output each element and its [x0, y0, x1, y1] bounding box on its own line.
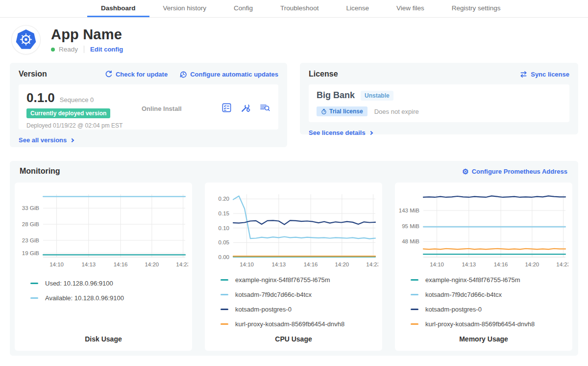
chart-panel: 19 GiB23 GiB28 GiB33 GiB14:1014:1314:161… — [15, 183, 192, 351]
legend-swatch — [411, 323, 418, 325]
legend-label: kotsadm-7f9dc7d66c-b4tcx — [235, 291, 312, 298]
tab-dashboard[interactable]: Dashboard — [87, 0, 149, 17]
legend-swatch — [411, 294, 418, 295]
legend-label: Used: 10.128.0.96:9100 — [45, 280, 113, 287]
channel-badge: Unstable — [361, 91, 393, 101]
legend-swatch — [220, 323, 228, 325]
svg-text:14:13: 14:13 — [81, 261, 96, 267]
tab-version-history[interactable]: Version history — [149, 0, 220, 17]
tab-config[interactable]: Config — [220, 0, 267, 17]
legend-item: kurl-proxy-kotsadm-8569fb6454-dnvh8 — [411, 320, 568, 328]
divider — [84, 46, 84, 53]
legend-label: kotsadm-postgres-0 — [235, 306, 292, 313]
svg-text:0.05: 0.05 — [219, 239, 229, 245]
svg-text:19 GiB: 19 GiB — [22, 250, 39, 256]
legend-label: kurl-proxy-kotsadm-8569fb6454-dnvh8 — [235, 320, 344, 328]
trial-license-label: Trial license — [329, 108, 363, 115]
tab-license[interactable]: License — [332, 0, 383, 17]
sync-license-button[interactable]: Sync license — [519, 71, 569, 78]
legend-swatch — [411, 309, 418, 310]
svg-text:0.20: 0.20 — [219, 196, 229, 202]
tab-view-files[interactable]: View files — [383, 0, 438, 17]
svg-text:14:16: 14:16 — [304, 261, 318, 267]
edit-config-link[interactable]: Edit config — [90, 46, 123, 53]
license-expiration: Does not expire — [374, 108, 419, 115]
see-license-details-link[interactable]: See license details — [309, 129, 372, 136]
version-card-title: Version — [19, 70, 47, 78]
stopwatch-icon — [321, 108, 327, 115]
license-card: License Sync license Big Bank Unstable — [300, 63, 578, 134]
deployed-version-badge: Currently deployed version — [26, 108, 110, 118]
svg-text:14:10: 14:10 — [49, 261, 64, 267]
legend-swatch — [30, 297, 38, 299]
status-badge: Ready — [59, 46, 78, 53]
svg-text:14:23: 14:23 — [366, 261, 378, 267]
app-header: App Name Ready Edit config — [0, 18, 588, 61]
svg-text:14:23: 14:23 — [176, 261, 188, 267]
config-tools-icon[interactable] — [240, 102, 251, 113]
svg-text:14:10: 14:10 — [430, 261, 444, 267]
svg-text:14:13: 14:13 — [271, 261, 286, 267]
disk-usage-chart: 19 GiB23 GiB28 GiB33 GiB14:1014:1314:161… — [19, 189, 188, 273]
legend-item: kotsadm-7f9dc7d66c-b4tcx — [411, 291, 568, 298]
legend-label: kotsadm-postgres-0 — [425, 306, 482, 313]
see-all-versions-label: See all versions — [19, 136, 67, 144]
svg-text:14:13: 14:13 — [462, 261, 476, 267]
legend-item: Available: 10.128.0.96:9100 — [30, 294, 188, 302]
legend-label: kurl-proxy-kotsadm-8569fb6454-dnvh8 — [425, 320, 535, 328]
legend-item: example-nginx-54f8f76755-l675m — [411, 276, 568, 284]
legend-item: kotsadm-postgres-0 — [411, 306, 568, 313]
customer-name: Big Bank — [317, 90, 355, 101]
chart-panels-row: 19 GiB23 GiB28 GiB33 GiB14:1014:1314:161… — [15, 183, 573, 351]
configure-automatic-updates-label: Configure automatic updates — [190, 71, 278, 78]
see-license-details-label: See license details — [309, 129, 366, 136]
chart-title: CPU Usage — [209, 335, 378, 343]
svg-text:23 GiB: 23 GiB — [22, 237, 39, 243]
configure-automatic-updates-button[interactable]: Configure automatic updates — [179, 70, 278, 78]
svg-text:143 MiB: 143 MiB — [399, 208, 419, 213]
svg-text:14:20: 14:20 — [525, 261, 539, 267]
version-card: Version Check for update Configure au — [10, 63, 287, 147]
svg-text:0.10: 0.10 — [219, 225, 229, 231]
check-for-update-button[interactable]: Check for update — [105, 70, 168, 78]
svg-text:33 GiB: 33 GiB — [22, 205, 39, 211]
sync-license-label: Sync license — [531, 71, 569, 78]
legend-label: example-nginx-54f8f76755-l675m — [425, 276, 520, 284]
deployed-timestamp: Deployed 01/19/22 @ 02:04 pm EST — [26, 122, 142, 129]
gear-icon: ⚙ — [462, 168, 468, 175]
svg-text:48 MiB: 48 MiB — [402, 238, 419, 244]
svg-text:0.15: 0.15 — [219, 210, 229, 216]
memory-usage-chart: 48 MiB95 MiB143 MiB14:1014:1314:1614:201… — [399, 189, 568, 269]
preflight-checklist-icon[interactable] — [221, 102, 232, 113]
status-dot — [51, 48, 55, 52]
configure-prometheus-button[interactable]: ⚙ Configure Prometheus Address — [462, 168, 567, 175]
summary-cards-row: Version Check for update Configure au — [0, 63, 588, 147]
svg-text:14:10: 14:10 — [240, 261, 254, 267]
legend-item: kotsadm-7f9dc7d66c-b4tcx — [220, 291, 378, 298]
license-details: Big Bank Unstable Trial license Does not… — [309, 84, 569, 122]
chevron-right-icon — [70, 138, 74, 142]
monitoring-title: Monitoring — [20, 167, 60, 176]
legend-item: example-nginx-54f8f76755-l675m — [220, 276, 378, 284]
see-all-versions-link[interactable]: See all versions — [19, 136, 74, 144]
legend-item: kurl-proxy-kotsadm-8569fb6454-dnvh8 — [220, 320, 378, 328]
tab-registry-settings[interactable]: Registry settings — [438, 0, 514, 17]
legend-label: example-nginx-54f8f76755-l675m — [235, 276, 330, 284]
page-title: App Name — [51, 26, 123, 43]
legend-swatch — [220, 294, 228, 295]
refresh-icon — [105, 70, 113, 78]
tab-troubleshoot[interactable]: Troubleshoot — [267, 0, 332, 17]
disk-usage-legend: Used: 10.128.0.96:9100Available: 10.128.… — [19, 273, 188, 309]
view-logs-icon[interactable] — [259, 102, 270, 113]
monitoring-card: Monitoring ⚙ Configure Prometheus Addres… — [10, 161, 578, 356]
legend-swatch — [220, 309, 228, 310]
check-for-update-label: Check for update — [116, 71, 168, 78]
legend-swatch — [30, 283, 38, 284]
svg-text:14:16: 14:16 — [114, 261, 128, 267]
legend-item: kotsadm-postgres-0 — [220, 306, 378, 313]
legend-label: kotsadm-7f9dc7d66c-b4tcx — [425, 291, 502, 298]
svg-text:28 GiB: 28 GiB — [22, 221, 39, 227]
chevron-right-icon — [368, 131, 372, 134]
legend-item: Used: 10.128.0.96:9100 — [30, 280, 188, 287]
legend-swatch — [411, 279, 418, 281]
